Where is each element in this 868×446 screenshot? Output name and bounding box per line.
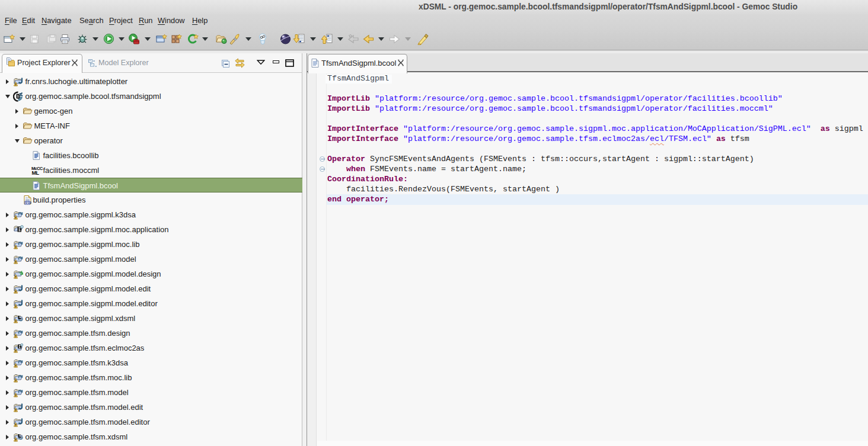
- svg-text:010: 010: [25, 201, 32, 205]
- svg-text:ML: ML: [32, 170, 40, 176]
